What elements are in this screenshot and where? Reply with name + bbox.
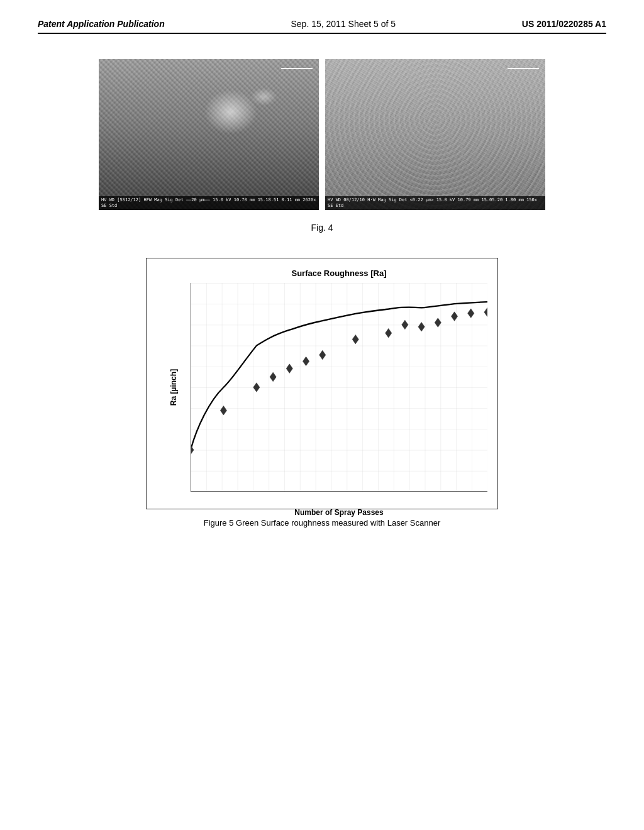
fig4-label: Fig. 4 [311, 223, 333, 233]
page-header: Patent Application Publication Sep. 15, … [38, 19, 606, 34]
x-axis-label: Number of Spray Passes [294, 508, 383, 517]
fig5-caption: Figure 5 Green Surface roughness measure… [204, 518, 440, 528]
header-date-sheet: Sep. 15, 2011 Sheet 5 of 5 [291, 19, 396, 29]
sem-caption-left: HV WD [SS12/12] HFW Mag Sig Det ——20 µm—… [99, 196, 319, 210]
chart-title: Surface Roughness [Ra] [191, 268, 487, 278]
sem-image-right: HV WD 00/12/10 H·W Mag Sig Det <0.22 µm>… [325, 59, 545, 210]
header-publication-label: Patent Application Publication [38, 19, 165, 29]
sem-image-left: HV WD [SS12/12] HFW Mag Sig Det ——20 µm—… [99, 59, 319, 210]
scale-bar-line-left [281, 68, 313, 69]
chart-container: Surface Roughness [Ra] Ra [µinch] Number… [146, 258, 498, 509]
header-patent-number: US 2011/0220285 A1 [522, 19, 606, 29]
sem-caption-right: HV WD 00/12/10 H·W Mag Sig Det <0.22 µm>… [325, 196, 545, 210]
page: Patent Application Publication Sep. 15, … [0, 0, 644, 830]
scale-bar-line-right [508, 68, 539, 69]
chart-area: Ra [µinch] Number of Spray Passes [191, 283, 487, 492]
fig4-images: HV WD [SS12/12] HFW Mag Sig Det ——20 µm—… [99, 59, 545, 210]
chart-svg: 0 100 200 300 400 500 600 700 800 900 10… [191, 283, 487, 492]
y-axis-label: Ra [µinch] [169, 369, 178, 406]
scale-bar-right [508, 67, 539, 69]
svg-rect-0 [191, 283, 487, 492]
fig4-section: HV WD [SS12/12] HFW Mag Sig Det ——20 µm—… [38, 59, 606, 233]
fig5-section: Surface Roughness [Ra] Ra [µinch] Number… [38, 258, 606, 528]
scale-bar-left [281, 67, 313, 69]
